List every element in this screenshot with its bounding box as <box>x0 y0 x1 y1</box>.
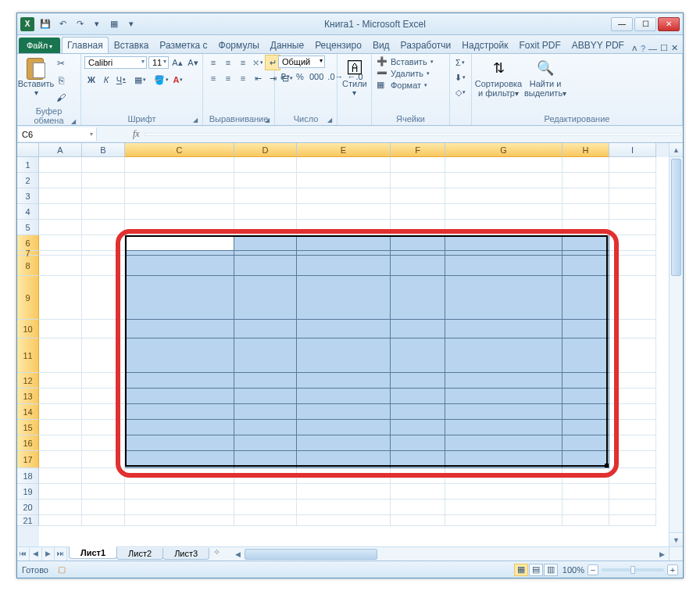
align-top-button[interactable]: ≡ <box>206 56 220 70</box>
cell[interactable] <box>82 157 125 173</box>
number-launcher-icon[interactable]: ◢ <box>327 116 332 124</box>
cell[interactable] <box>297 435 391 451</box>
cell[interactable] <box>562 157 609 173</box>
cell[interactable] <box>125 204 234 220</box>
col-header-G[interactable]: G <box>445 143 562 157</box>
hscroll-thumb[interactable] <box>245 549 377 560</box>
name-box[interactable]: C6 <box>19 127 97 141</box>
cell[interactable] <box>609 188 656 204</box>
row-header-3[interactable]: 3 <box>17 188 39 204</box>
cell[interactable] <box>562 484 609 500</box>
cell[interactable] <box>125 389 234 404</box>
cell[interactable] <box>391 515 445 526</box>
cell[interactable] <box>609 220 656 235</box>
cell[interactable] <box>297 173 391 188</box>
cell[interactable] <box>391 320 445 338</box>
cell[interactable] <box>562 338 609 373</box>
cell[interactable] <box>391 484 445 500</box>
cell[interactable] <box>39 338 82 373</box>
cell[interactable] <box>125 256 234 276</box>
ribbon-tab-3[interactable]: Формулы <box>213 37 265 53</box>
zoom-out-button[interactable]: − <box>588 564 598 575</box>
cell[interactable] <box>445 451 562 468</box>
delete-cells-button[interactable]: ➖Удалить <box>375 67 431 79</box>
cell[interactable] <box>562 435 609 451</box>
cell[interactable] <box>82 500 125 515</box>
align-center-button[interactable]: ≡ <box>221 71 235 85</box>
cell[interactable] <box>562 256 609 276</box>
cell[interactable] <box>234 435 297 451</box>
formula-input[interactable] <box>145 133 681 136</box>
horizontal-scrollbar[interactable]: ◀ ▶ <box>230 547 669 561</box>
cell[interactable] <box>562 276 609 320</box>
cell[interactable] <box>445 404 562 420</box>
cell[interactable] <box>391 500 445 515</box>
cell[interactable] <box>445 157 562 173</box>
underline-button[interactable]: Ч <box>114 73 128 87</box>
col-header-A[interactable]: A <box>39 143 82 157</box>
cell[interactable] <box>82 220 125 235</box>
cell[interactable] <box>391 173 445 188</box>
ribbon-tab-9[interactable]: Foxit PDF <box>513 37 566 53</box>
cell[interactable] <box>39 373 82 389</box>
cell[interactable] <box>297 220 391 235</box>
cell[interactable] <box>391 256 445 276</box>
number-format-combo[interactable]: Общий <box>278 56 325 68</box>
cell[interactable] <box>297 500 391 515</box>
clear-button[interactable]: ◇ <box>453 85 467 99</box>
cell[interactable] <box>297 373 391 389</box>
macro-record-icon[interactable]: ▢ <box>58 564 66 575</box>
col-header-C[interactable]: C <box>125 143 234 157</box>
cell[interactable] <box>609 420 656 435</box>
select-all-corner[interactable] <box>17 143 39 157</box>
prev-sheet-button[interactable]: ◀ <box>30 547 42 561</box>
font-size-combo[interactable]: 11 <box>148 56 169 69</box>
fill-button[interactable]: ⬇ <box>453 70 467 84</box>
cell[interactable] <box>445 500 562 515</box>
scroll-down-icon[interactable]: ▼ <box>670 532 683 546</box>
italic-button[interactable]: К <box>99 73 113 87</box>
col-header-F[interactable]: F <box>391 143 445 157</box>
fx-icon[interactable]: fx <box>133 128 140 140</box>
cell[interactable] <box>445 235 562 251</box>
cell[interactable] <box>234 235 297 251</box>
cell[interactable] <box>297 451 391 468</box>
cell[interactable] <box>39 484 82 500</box>
row-header-14[interactable]: 14 <box>17 404 39 420</box>
cell[interactable] <box>391 157 445 173</box>
cell[interactable] <box>234 188 297 204</box>
cell[interactable] <box>82 404 125 420</box>
cell[interactable] <box>445 320 562 338</box>
cell[interactable] <box>445 338 562 373</box>
cell[interactable] <box>297 389 391 404</box>
cell[interactable] <box>391 235 445 251</box>
cell[interactable] <box>125 188 234 204</box>
styles-button[interactable]: 🄰 Стили▾ <box>341 56 369 98</box>
cell[interactable] <box>125 338 234 373</box>
cell[interactable] <box>609 468 656 484</box>
cell[interactable] <box>562 188 609 204</box>
doc-minimize-icon[interactable]: — <box>648 44 657 53</box>
cell[interactable] <box>609 338 656 373</box>
cell[interactable] <box>234 500 297 515</box>
cell[interactable] <box>391 188 445 204</box>
cell[interactable] <box>82 420 125 435</box>
cell[interactable] <box>234 484 297 500</box>
align-bottom-button[interactable]: ≡ <box>236 56 250 70</box>
cell[interactable] <box>82 373 125 389</box>
minimize-button[interactable]: — <box>611 17 633 31</box>
cell[interactable] <box>39 220 82 235</box>
cell[interactable] <box>562 220 609 235</box>
cell[interactable] <box>125 373 234 389</box>
cell[interactable] <box>39 420 82 435</box>
cell[interactable] <box>125 220 234 235</box>
zoom-in-button[interactable]: + <box>667 564 678 575</box>
cell[interactable] <box>445 515 562 526</box>
scroll-left-icon[interactable]: ◀ <box>230 550 245 558</box>
file-tab[interactable]: Файл▾ <box>19 38 60 53</box>
cell[interactable] <box>297 338 391 373</box>
format-cells-button[interactable]: ▦Формат <box>375 79 429 91</box>
cell[interactable] <box>445 256 562 276</box>
cell[interactable] <box>39 389 82 404</box>
close-button[interactable]: ✕ <box>658 17 680 31</box>
